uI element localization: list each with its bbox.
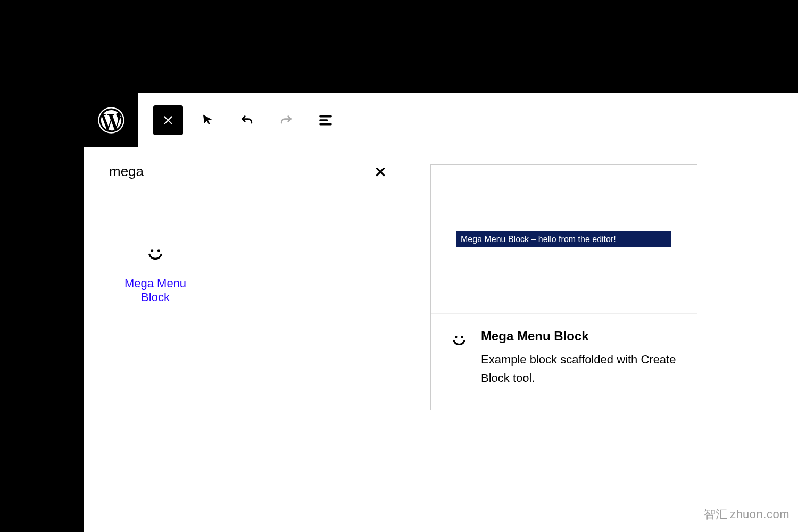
editor-body: Mega Menu Block Mega Menu Block – hello … (84, 147, 798, 532)
watermark-brand-cn: 智汇 (704, 508, 728, 521)
block-inserter-panel: Mega Menu Block (84, 147, 413, 532)
block-preview-panel: Mega Menu Block – hello from the editor!… (413, 147, 798, 532)
block-preview-info: Mega Menu Block Example block scaffolded… (431, 314, 697, 410)
smile-icon (145, 244, 165, 264)
cursor-icon (200, 113, 215, 128)
svg-point-3 (455, 336, 458, 338)
wordpress-icon (97, 106, 126, 135)
block-preview-canvas: Mega Menu Block – hello from the editor! (431, 165, 697, 314)
editor-toolbar (138, 93, 798, 147)
undo-icon (239, 112, 255, 128)
watermark: 智汇zhuon.com (704, 506, 789, 522)
redo-icon (278, 112, 294, 128)
block-tile-label: Mega Menu Block (115, 277, 195, 305)
inserter-search-row (105, 163, 392, 180)
watermark-site: zhuon.com (730, 508, 789, 521)
block-preview-description: Example block scaffolded with Create Blo… (481, 350, 678, 387)
redo-button[interactable] (271, 105, 301, 135)
block-preview-card: Mega Menu Block – hello from the editor!… (430, 164, 697, 410)
wordpress-logo[interactable] (84, 93, 138, 147)
tools-button[interactable] (193, 105, 222, 135)
svg-point-2 (157, 249, 160, 252)
close-icon (161, 113, 175, 127)
preview-block-output: Mega Menu Block – hello from the editor! (456, 231, 671, 247)
smile-icon (450, 331, 468, 349)
svg-point-4 (461, 336, 463, 338)
undo-button[interactable] (232, 105, 262, 135)
svg-point-1 (151, 249, 153, 252)
document-overview-button[interactable] (311, 105, 340, 135)
block-search-input[interactable] (109, 163, 332, 180)
block-tile-mega-menu[interactable]: Mega Menu Block (110, 244, 201, 305)
block-preview-title: Mega Menu Block (481, 329, 678, 344)
clear-search-button[interactable] (373, 165, 387, 179)
list-icon (318, 112, 334, 128)
close-inserter-button[interactable] (153, 105, 183, 135)
close-icon (373, 165, 387, 179)
